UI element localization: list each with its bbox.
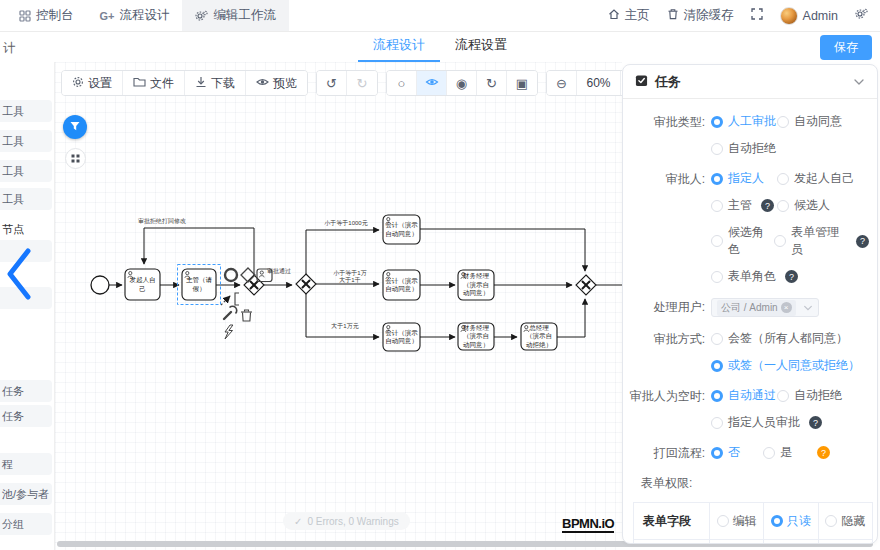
task-label-general-mgr[interactable]: 总经理（演示自动拒绝） [521,323,557,350]
radio-candidate-role[interactable]: 候选角色 [711,224,774,258]
radio-form-role[interactable]: 表单角色? [711,268,798,285]
start-event[interactable] [91,276,109,294]
tab-console[interactable]: 控制台 [6,0,87,31]
save-button[interactable]: 保存 [820,35,872,60]
radio-auto-agree[interactable]: 自动同意 [777,113,842,130]
minimap-icon: ▣ [516,76,528,91]
download-button[interactable]: 下载 [185,71,246,95]
task-label-initiator[interactable]: 发起人自己 [125,269,160,300]
help-icon-reject-flow[interactable]: ? [817,446,830,459]
trash-icon-pad[interactable] [241,310,252,321]
form-permission-table: 表单字段 编辑 只读 隐藏 姓名 [633,502,873,544]
task-label-finance-2[interactable]: 财务经理（演示自动同意） [458,323,494,350]
grid-float-button[interactable] [65,148,86,169]
row-reject-flow: 打回流程: 否 是 ? [627,444,869,462]
sidebar-collapse-button[interactable] [5,247,33,304]
radio-auto-reject[interactable]: 自动拒绝 [711,140,776,157]
bpmn-io-logo[interactable]: BPMN.iO [562,516,614,533]
connect-tool-icon[interactable] [221,293,239,305]
tab-process-design[interactable]: G+ 流程设计 [87,0,183,31]
settings-gears-button[interactable] [855,8,868,23]
radio-all-edit[interactable]: 编辑 [710,513,763,530]
append-end-event-icon[interactable] [225,269,237,281]
radio-or-sign[interactable]: 或签（一人同意或拒绝） [711,357,860,374]
radio-all-hidden[interactable]: 隐藏 [819,513,872,530]
palette-item-group[interactable]: 分组 [0,513,52,535]
radio-initiator-self[interactable]: 发起人自己 [777,170,854,187]
clear-cache-button[interactable]: 清除缓存 [667,7,734,24]
edge-branch-top[interactable] [306,230,379,274]
help-icon-supervisor[interactable]: ? [761,199,774,212]
handler-user-select[interactable]: 公司 / Admin × [711,298,819,317]
radio-countersign[interactable]: 会签（所有人都同意） [711,330,848,347]
zoom-in-button[interactable]: ⊕ [621,71,622,95]
zoom-out-button[interactable]: ⊖ [547,71,577,95]
edge-label-cond-top: 小于等于1000元 [324,219,367,228]
file-button[interactable]: 文件 [123,71,185,95]
radio-empty-auto-reject[interactable]: 自动拒绝 [777,387,842,404]
locate-button[interactable]: ◉ [447,71,477,95]
row-approver: 审批人: 指定人 发起人自己 主管? 候选人 候选角色 表单管理员? [627,170,869,285]
radio-reject-no[interactable]: 否 [711,444,763,461]
minimap-button[interactable]: ▣ [507,71,537,95]
task-label-accountant-2[interactable]: 会计（演示自动同意） [383,270,420,300]
tab-flow-settings[interactable]: 流程设置 [440,36,522,62]
palette-item-tool-3[interactable]: 工具 [0,160,52,182]
field-name: 姓名 [634,540,710,545]
radio-auto-pass[interactable]: 自动通过 [711,387,777,404]
radio-candidate[interactable]: 候选人 [777,197,830,214]
radio-form-admin[interactable]: 表单管理员? [774,224,869,258]
edge-rejected-back[interactable] [144,228,254,275]
gateway-review[interactable] [244,275,264,295]
shape-tool-button[interactable]: ○ [387,71,417,95]
palette-item-subprocess[interactable]: 程 [0,453,52,475]
zoom-out-icon: ⊖ [556,76,567,91]
radio-supervisor[interactable]: 主管? [711,197,777,214]
fullscreen-button[interactable] [751,8,763,23]
user-account[interactable]: Admin [780,7,838,25]
palette-item-participant[interactable]: 池/参与者 [0,483,52,505]
panel-collapse-button[interactable] [853,76,865,88]
pin-float-button[interactable] [63,115,87,139]
task-label-finance-1[interactable]: 财务经理（演示自动同意） [458,270,494,300]
task-label-accountant-1[interactable]: 会计（演示自动同意） [383,215,420,244]
edge-top-to-merge[interactable] [420,229,585,271]
tab-console-label: 控制台 [36,7,74,24]
gateway-split[interactable] [296,274,316,294]
edge-branch-bottom[interactable] [306,294,379,337]
tag-remove-icon[interactable]: × [781,302,792,313]
edge-bot-to-merge[interactable] [557,299,585,337]
home-label: 主页 [625,7,650,24]
refresh-button[interactable]: ↻ [477,71,507,95]
gateway-merge[interactable] [576,275,596,295]
edge-label-cond-mid: 小于等于1万大于1千 [332,270,368,284]
funnel-icon [69,120,81,135]
preview-button[interactable]: 预览 [246,71,307,95]
radio-manual-approval[interactable]: 人工审批 [711,113,777,130]
visibility-button[interactable] [417,71,447,95]
palette-item-tool-4[interactable]: 工具 [0,188,52,210]
settings-button[interactable]: 设置 [62,71,123,95]
help-icon-form-admin[interactable]: ? [856,235,869,248]
tab-flow-design[interactable]: 流程设计 [358,36,440,62]
palette-item-tool-2[interactable]: 工具 [0,130,52,152]
radio-assign-person[interactable]: 指定人员审批? [711,414,822,431]
task-label-accountant-3[interactable]: 会计（演示自动同意） [383,323,420,351]
home-button[interactable]: 主页 [608,7,650,24]
redo-button[interactable]: ↻ [347,71,377,95]
tab-edit-workflow[interactable]: 编辑工作流 [182,0,289,31]
bpmn-canvas[interactable]: 设置 文件 下载 预览 ↺ ↻ ○ [55,62,622,550]
undo-button[interactable]: ↺ [317,71,347,95]
radio-assignee[interactable]: 指定人 [711,170,777,187]
help-icon-assign-person[interactable]: ? [809,416,822,429]
task-label-supervisor[interactable]: 主管（请假） [182,269,216,300]
help-icon-form-role[interactable]: ? [785,270,798,283]
palette-item-task-2[interactable]: 任务 [0,405,52,427]
radio-reject-yes[interactable]: 是 [763,444,803,461]
bolt-icon[interactable] [225,325,233,339]
wrench-icon[interactable] [224,306,237,319]
zoom-level[interactable]: 60% [577,71,621,95]
radio-all-readonly[interactable]: 只读 [764,513,817,530]
palette-item-task-1[interactable]: 任务 [0,380,52,402]
palette-item-tool-1[interactable]: 工具 [0,100,52,122]
